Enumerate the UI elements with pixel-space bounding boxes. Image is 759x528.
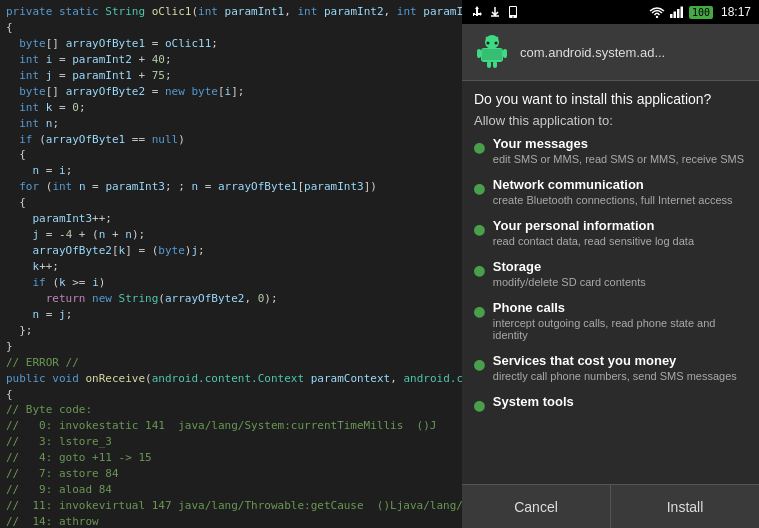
dialog-content: com.android.system.ad... Do you want to … xyxy=(462,24,759,528)
permission-desc: create Bluetooth connections, full Inter… xyxy=(493,194,733,206)
svg-rect-18 xyxy=(482,49,502,60)
permission-text: Services that cost you moneydirectly cal… xyxy=(493,353,737,382)
permission-desc: edit SMS or MMS, read SMS or MMS, receiv… xyxy=(493,153,744,165)
phone-icon xyxy=(506,5,520,19)
dialog-buttons: Cancel Install xyxy=(462,484,759,528)
permission-text: Phone callsintercept outgoing calls, rea… xyxy=(493,300,747,341)
svg-rect-12 xyxy=(487,61,491,68)
cancel-button[interactable]: Cancel xyxy=(462,485,611,528)
permissions-subtitle: Allow this application to: xyxy=(462,113,759,136)
permission-bullet: ● xyxy=(474,392,485,417)
svg-rect-11 xyxy=(503,49,507,58)
battery-indicator: 100 xyxy=(689,6,713,19)
permission-bullet: ● xyxy=(474,136,485,159)
permission-bullet: ● xyxy=(474,216,485,241)
signal-icon xyxy=(669,6,685,18)
svg-rect-7 xyxy=(680,7,683,19)
svg-point-3 xyxy=(656,16,658,18)
permission-desc: directly call phone numbers, send SMS me… xyxy=(493,370,737,382)
permission-item: ●Storagemodify/delete SD card contents xyxy=(474,259,747,288)
svg-rect-5 xyxy=(673,12,676,19)
svg-point-15 xyxy=(495,42,498,45)
install-button[interactable]: Install xyxy=(611,485,759,528)
svg-rect-6 xyxy=(677,9,680,18)
permission-title: System tools xyxy=(493,394,574,409)
permission-item: ●Network communicationcreate Bluetooth c… xyxy=(474,177,747,206)
code-panel: private static String oClic1(int paramIn… xyxy=(0,0,462,528)
download-icon xyxy=(488,5,502,19)
svg-rect-10 xyxy=(477,49,481,58)
app-header: com.android.system.ad... xyxy=(462,24,759,81)
permission-desc: intercept outgoing calls, read phone sta… xyxy=(493,317,747,341)
time-display: 18:17 xyxy=(721,5,751,19)
permission-title: Phone calls xyxy=(493,300,747,315)
permission-title: Services that cost you money xyxy=(493,353,737,368)
svg-rect-1 xyxy=(510,7,516,15)
svg-point-14 xyxy=(487,42,490,45)
svg-rect-4 xyxy=(670,14,673,18)
dialog-title: Do you want to install this application? xyxy=(462,81,759,113)
status-bar-right: 100 18:17 xyxy=(649,5,751,19)
permission-text: System tools xyxy=(493,394,574,409)
permission-title: Storage xyxy=(493,259,646,274)
permission-text: Storagemodify/delete SD card contents xyxy=(493,259,646,288)
svg-point-2 xyxy=(512,16,513,17)
permission-title: Your messages xyxy=(493,136,744,151)
permissions-list: ●Your messagesedit SMS or MMS, read SMS … xyxy=(462,136,759,484)
permission-text: Network communicationcreate Bluetooth co… xyxy=(493,177,733,206)
permission-title: Your personal information xyxy=(493,218,694,233)
permission-bullet: ● xyxy=(474,175,485,200)
wifi-icon xyxy=(649,6,665,18)
permission-desc: read contact data, read sensitive log da… xyxy=(493,235,694,247)
app-name-label: com.android.system.ad... xyxy=(520,45,665,60)
permission-bullet: ● xyxy=(474,257,485,282)
svg-rect-13 xyxy=(493,61,497,68)
permission-item: ●Your personal informationread contact d… xyxy=(474,218,747,247)
status-bar-left xyxy=(470,5,520,19)
permission-text: Your messagesedit SMS or MMS, read SMS o… xyxy=(493,136,744,165)
permission-text: Your personal informationread contact da… xyxy=(493,218,694,247)
status-bar: 100 18:17 xyxy=(462,0,759,24)
usb-icon xyxy=(470,5,484,19)
permission-bullet: ● xyxy=(474,351,485,376)
app-icon xyxy=(474,34,510,70)
permission-desc: modify/delete SD card contents xyxy=(493,276,646,288)
permission-bullet: ● xyxy=(474,298,485,323)
permission-item: ●System tools xyxy=(474,394,747,417)
dialog-panel: 100 18:17 com.android.system.ad... xyxy=(462,0,759,528)
permission-item: ●Services that cost you moneydirectly ca… xyxy=(474,353,747,382)
permission-item: ●Phone callsintercept outgoing calls, re… xyxy=(474,300,747,341)
permission-item: ●Your messagesedit SMS or MMS, read SMS … xyxy=(474,136,747,165)
permission-title: Network communication xyxy=(493,177,733,192)
